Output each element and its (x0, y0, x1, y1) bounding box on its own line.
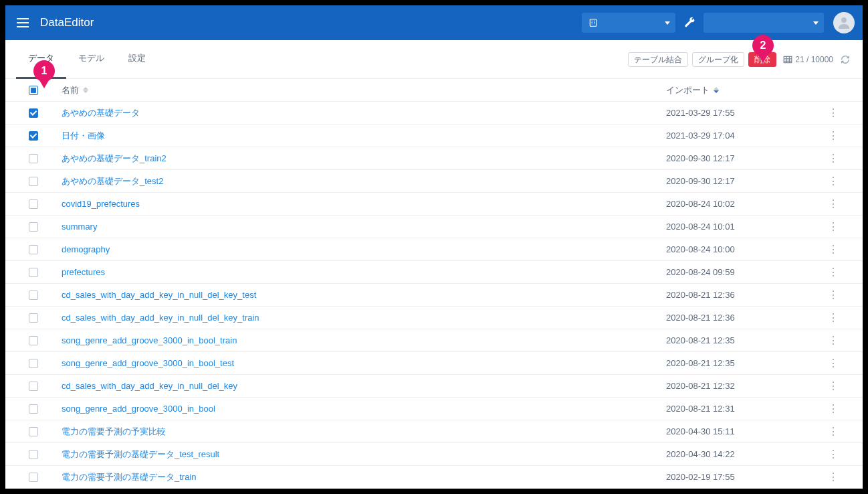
row-name-link[interactable]: covid19_prefectures (62, 199, 140, 209)
row-checkbox[interactable] (29, 427, 38, 436)
row-checkbox[interactable] (29, 154, 38, 163)
row-checkbox[interactable] (29, 291, 38, 300)
table-row: prefectures2020-08-24 09:59 (5, 261, 863, 284)
row-name-link[interactable]: あやめの基礎データ_test2 (62, 175, 163, 187)
table-row: あやめの基礎データ_train22020-09-30 12:17 (5, 147, 863, 170)
row-name-link[interactable]: 日付・画像 (62, 130, 105, 142)
row-checkbox[interactable] (29, 313, 38, 323)
row-counter-text: 21 / 10000 (795, 55, 833, 64)
column-header-name[interactable]: 名前 (45, 84, 666, 96)
row-menu-kebab-icon[interactable] (828, 357, 839, 369)
tab-settings[interactable]: 設定 (116, 40, 158, 79)
row-checkbox[interactable] (29, 359, 38, 368)
row-menu-kebab-icon[interactable] (828, 220, 839, 233)
row-menu-kebab-icon[interactable] (828, 311, 839, 324)
row-name-link[interactable]: 電力の需要予測の基礎データ_train (62, 471, 197, 483)
sort-icon (83, 87, 88, 93)
row-menu-kebab-icon[interactable] (828, 448, 839, 461)
table-row: 電力の需要予測の基礎データ_train2020-02-19 17:55 (5, 466, 863, 489)
sort-icon (714, 87, 719, 93)
row-checkbox[interactable] (29, 177, 38, 186)
row-menu-kebab-icon[interactable] (828, 380, 839, 392)
row-date: 2021-03-29 17:04 (666, 131, 820, 141)
row-checkbox[interactable] (29, 222, 38, 232)
row-counter: 21 / 10000 (783, 55, 833, 64)
row-checkbox[interactable] (29, 450, 38, 459)
menu-icon[interactable] (13, 13, 32, 32)
row-name-link[interactable]: 電力の需要予測の基礎データ_test_result (62, 448, 219, 461)
row-menu-kebab-icon[interactable] (828, 243, 839, 256)
table-row: song_genre_add_groove_3000_in_bool2020-0… (5, 398, 863, 420)
row-checkbox[interactable] (29, 404, 38, 414)
row-date: 2020-08-21 12:35 (666, 335, 820, 345)
row-name-link[interactable]: 電力の需要予測の予実比較 (62, 426, 166, 438)
sub-toolbar: データ モデル 設定 テーブル結合 グループ化 削除 21 / 10000 (5, 40, 863, 79)
row-name-link[interactable]: summary (62, 222, 97, 232)
row-menu-kebab-icon[interactable] (828, 129, 839, 142)
row-name-link[interactable]: demography (62, 244, 110, 254)
row-menu-kebab-icon[interactable] (828, 152, 839, 165)
table-header: 名前 インポート (5, 79, 863, 102)
tool-dropdown[interactable] (703, 13, 824, 33)
row-date: 2021-03-29 17:55 (666, 108, 820, 118)
row-checkbox[interactable] (29, 268, 38, 277)
row-name-link[interactable]: あやめの基礎データ_train2 (62, 153, 167, 165)
row-menu-kebab-icon[interactable] (828, 471, 839, 483)
avatar[interactable] (833, 12, 855, 33)
row-menu-kebab-icon[interactable] (828, 289, 839, 301)
table-join-button[interactable]: テーブル結合 (628, 52, 688, 67)
svg-point-1 (841, 17, 847, 23)
row-date: 2020-09-30 12:17 (666, 153, 820, 163)
row-checkbox[interactable] (29, 473, 38, 482)
row-name-link[interactable]: song_genre_add_groove_3000_in_bool (62, 404, 215, 414)
row-checkbox[interactable] (29, 336, 38, 345)
row-checkbox[interactable] (29, 199, 38, 209)
row-date: 2020-08-24 10:02 (666, 199, 820, 209)
column-header-name-label: 名前 (62, 84, 79, 96)
row-name-link[interactable]: prefectures (62, 267, 105, 277)
org-dropdown[interactable] (582, 13, 675, 33)
row-name-link[interactable]: song_genre_add_groove_3000_in_bool_test (62, 358, 234, 368)
refresh-button[interactable] (839, 53, 852, 66)
row-checkbox[interactable] (29, 245, 38, 254)
row-date: 2020-08-21 12:32 (666, 381, 820, 391)
table-row: demography2020-08-24 10:00 (5, 238, 863, 261)
row-menu-kebab-icon[interactable] (828, 197, 839, 210)
annotation-badge-1: 1 (33, 60, 55, 82)
table-row: 電力の需要予測の予実比較2020-04-30 15:11 (5, 420, 863, 443)
row-date: 2020-08-24 10:00 (666, 244, 820, 254)
svg-rect-0 (590, 19, 596, 27)
row-date: 2020-09-30 12:17 (666, 176, 820, 186)
column-header-import[interactable]: インポート (666, 84, 820, 96)
table-row: covid19_prefectures2020-08-24 10:02 (5, 193, 863, 216)
row-menu-kebab-icon[interactable] (828, 106, 839, 119)
table-icon (783, 56, 792, 64)
row-date: 2020-08-24 09:59 (666, 267, 820, 277)
table-row: summary2020-08-24 10:01 (5, 216, 863, 238)
row-checkbox[interactable] (29, 131, 38, 141)
row-name-link[interactable]: あやめの基礎データ (62, 107, 140, 119)
app-bar: DataEditor (5, 5, 863, 40)
select-all-checkbox[interactable] (29, 86, 38, 95)
table-row: 電力の需要予測の基礎データ_test_result2020-04-30 14:2… (5, 443, 863, 466)
building-icon (588, 18, 598, 27)
row-checkbox[interactable] (29, 382, 38, 391)
row-date: 2020-08-21 12:35 (666, 358, 820, 368)
row-name-link[interactable]: cd_sales_with_day_add_key_in_null_del_ke… (62, 313, 259, 323)
row-checkbox[interactable] (29, 108, 38, 118)
row-menu-kebab-icon[interactable] (828, 334, 839, 347)
row-name-link[interactable]: cd_sales_with_day_add_key_in_null_del_ke… (62, 290, 256, 300)
row-name-link[interactable]: song_genre_add_groove_3000_in_bool_train (62, 335, 237, 345)
row-menu-kebab-icon[interactable] (828, 425, 839, 438)
row-menu-kebab-icon[interactable] (828, 266, 839, 278)
row-name-link[interactable]: cd_sales_with_day_add_key_in_null_del_ke… (62, 381, 237, 391)
table-row: あやめの基礎データ_test22020-09-30 12:17 (5, 170, 863, 193)
row-menu-kebab-icon[interactable] (828, 175, 839, 187)
row-date: 2020-08-21 12:36 (666, 313, 820, 323)
tab-model[interactable]: モデル (66, 40, 116, 79)
row-menu-kebab-icon[interactable] (828, 402, 839, 415)
group-button[interactable]: グループ化 (692, 52, 744, 67)
annotation-badge-2: 2 (752, 35, 774, 56)
table-row: cd_sales_with_day_add_key_in_null_del_ke… (5, 307, 863, 329)
table-body: あやめの基礎データ2021-03-29 17:55日付・画像2021-03-29… (5, 102, 863, 489)
